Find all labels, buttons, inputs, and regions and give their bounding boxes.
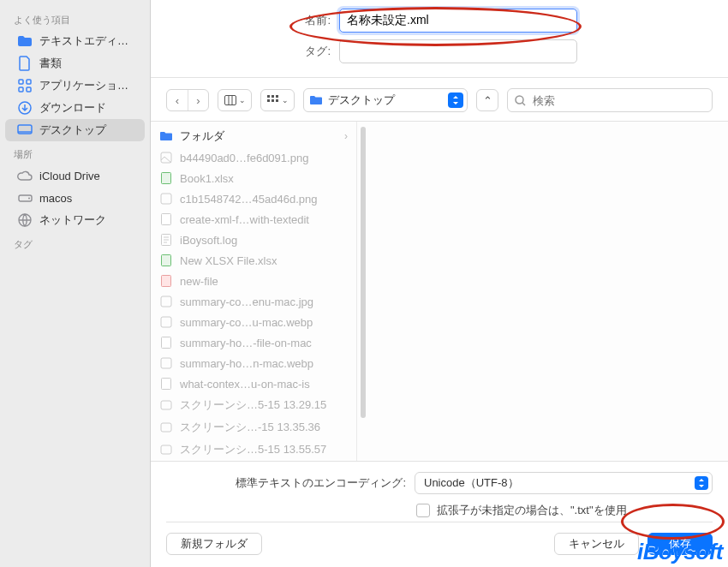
sidebar-item-network[interactable]: ネットワーク — [5, 209, 145, 231]
svg-rect-19 — [161, 194, 171, 204]
extension-checkbox-label: 拡張子が未指定の場合は、".txt"を使用 — [437, 503, 627, 518]
scroll-thumb[interactable] — [361, 127, 366, 418]
encoding-label: 標準テキストのエンコーディング: — [166, 475, 415, 491]
divider — [166, 522, 713, 522]
popup-indicator-icon — [448, 93, 463, 108]
location-label: デスクトップ — [328, 93, 395, 108]
file-label: iBoysoft.log — [180, 234, 237, 247]
svg-rect-28 — [162, 379, 171, 390]
search-field[interactable] — [507, 88, 713, 112]
nav-back-forward: ‹ › — [166, 89, 209, 111]
apps-icon — [17, 78, 33, 93]
extension-checkbox[interactable] — [416, 504, 430, 517]
toolbar: ‹ › ⌄ ⌄ — [151, 85, 728, 121]
tag-label: タグ: — [168, 44, 339, 59]
sidebar-item-label: テキストエディ… — [39, 33, 128, 49]
cloud-icon — [17, 168, 33, 183]
chevron-down-icon: ⌄ — [239, 96, 246, 104]
sidebar-item-macos[interactable]: macos — [5, 187, 145, 209]
file-label: summary-ho…-file-on-mac — [180, 337, 312, 349]
file-row-folder[interactable]: フォルダ › — [151, 125, 356, 147]
file-row[interactable]: summary-co…u-mac.webp — [151, 312, 356, 332]
file-label: c1b1548742…45ad46d.png — [180, 193, 317, 206]
encoding-value: Unicode（UTF-8） — [424, 475, 519, 491]
file-label: スクリーンシ…-15 13.35.36 — [180, 420, 320, 435]
sidebar-item-label: ネットワーク — [39, 212, 106, 228]
generic-icon — [159, 336, 173, 349]
svg-rect-24 — [161, 296, 171, 307]
nav-forward-button[interactable]: › — [188, 90, 208, 110]
file-label: summary-ho…n-mac.webp — [180, 357, 313, 370]
popup-indicator-icon — [695, 476, 708, 490]
file-row[interactable]: summary-ho…-file-on-mac — [151, 332, 356, 353]
save-button[interactable]: 保存 — [647, 533, 713, 555]
file-row[interactable]: b44490ad0…fe6d091.png — [151, 147, 356, 168]
file-row[interactable]: スクリーンシ…5-15 13.29.15 — [151, 394, 356, 416]
svg-rect-11 — [272, 95, 274, 98]
group-mode-button[interactable]: ⌄ — [260, 89, 295, 111]
sidebar-item-icloud[interactable]: iCloud Drive — [5, 164, 145, 187]
svg-rect-23 — [162, 276, 171, 287]
sidebar-item-applications[interactable]: アプリケーショ… — [5, 75, 145, 97]
sidebar-item-label: デスクトップ — [39, 122, 106, 138]
svg-rect-26 — [162, 337, 171, 349]
sidebar: よく使う項目 テキストエディ… 書類 アプリケーショ… — [0, 0, 151, 567]
file-row[interactable]: create-xml-f…with-textedit — [151, 209, 356, 230]
encoding-popup[interactable]: Unicode（UTF-8） — [415, 472, 713, 494]
svg-point-16 — [516, 96, 523, 104]
scrollbar[interactable] — [357, 122, 369, 461]
svg-rect-22 — [162, 255, 171, 266]
txt-icon — [159, 274, 173, 288]
svg-rect-14 — [272, 99, 274, 102]
file-row[interactable]: what-contex…u-on-mac-is — [151, 373, 356, 394]
sidebar-item-desktop[interactable]: デスクトップ — [5, 119, 145, 141]
image-icon — [159, 151, 173, 164]
name-label: 名前: — [168, 13, 339, 28]
sidebar-item-documents[interactable]: 書類 — [5, 52, 145, 75]
file-row[interactable]: Book1.xlsx — [151, 168, 356, 188]
svg-rect-15 — [276, 99, 278, 102]
file-label: スクリーンシ…5-15 13.55.57 — [180, 442, 326, 457]
file-row[interactable]: c1b1548742…45ad46d.png — [151, 188, 356, 209]
location-popup[interactable]: デスクトップ — [303, 88, 468, 112]
cancel-button[interactable]: キャンセル — [554, 533, 639, 555]
sidebar-item-label: 書類 — [39, 56, 62, 71]
chevron-down-icon: ⌄ — [282, 96, 289, 104]
file-label: フォルダ — [180, 128, 224, 144]
file-row[interactable]: summary-co…enu-mac.jpg — [151, 291, 356, 312]
screenshot-icon — [159, 421, 173, 434]
nav-back-button[interactable]: ‹ — [167, 90, 188, 110]
sidebar-heading-tags: タグ — [0, 231, 150, 254]
xlsx-icon — [159, 171, 173, 185]
sidebar-item-textedit[interactable]: テキストエディ… — [5, 30, 145, 52]
xlsx-icon — [159, 254, 173, 267]
file-label: Book1.xlsx — [180, 172, 234, 185]
svg-rect-1 — [27, 80, 31, 84]
save-dialog: { "top": { "name_label": "名前:", "name_va… — [0, 0, 728, 567]
new-folder-button[interactable]: 新規フォルダ — [166, 533, 262, 555]
sidebar-item-downloads[interactable]: ダウンロード — [5, 97, 145, 119]
name-input[interactable] — [339, 9, 577, 33]
sidebar-item-label: macos — [39, 192, 72, 205]
file-label: スクリーンシ…5-15 13.29.15 — [180, 397, 326, 413]
file-label: New XLSX File.xlsx — [180, 254, 277, 267]
file-row[interactable]: スクリーンシ…-15 13.35.36 — [151, 416, 356, 439]
svg-rect-30 — [161, 423, 171, 432]
enclosing-folder-button[interactable]: ⌃ — [476, 89, 498, 111]
chevron-up-icon: ⌃ — [483, 94, 492, 107]
tag-input[interactable] — [339, 39, 577, 63]
file-row[interactable]: スクリーンシ…5-15 13.55.57 — [151, 439, 356, 461]
svg-rect-27 — [161, 358, 171, 368]
file-browser: フォルダ › b44490ad0…fe6d091.png Book1.xlsx … — [151, 121, 728, 461]
image-icon — [159, 295, 173, 308]
bottom-panel: 標準テキストのエンコーディング: Unicode（UTF-8） 拡張子が未指定の… — [151, 461, 728, 567]
file-row[interactable]: New XLSX File.xlsx — [151, 250, 356, 271]
file-row[interactable]: summary-ho…n-mac.webp — [151, 353, 356, 373]
folder-icon — [309, 95, 323, 105]
search-input[interactable] — [531, 93, 705, 108]
file-row[interactable]: new-file — [151, 271, 356, 291]
file-row[interactable]: iBoysoft.log — [151, 230, 356, 250]
empty-column — [369, 122, 728, 461]
view-mode-button[interactable]: ⌄ — [218, 89, 252, 111]
desktop-icon — [17, 122, 33, 138]
